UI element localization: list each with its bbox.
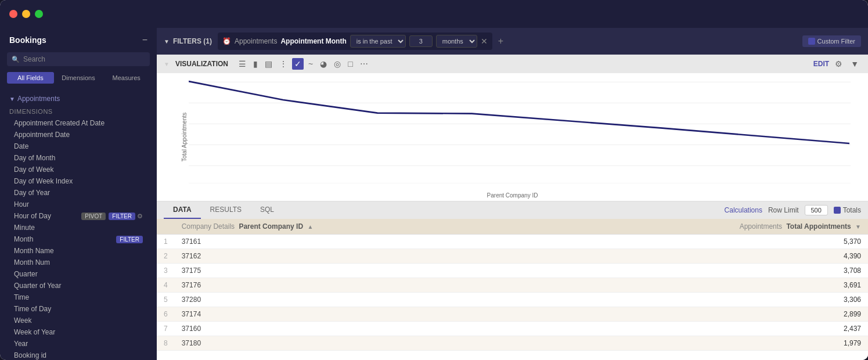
item-label: Quarter of Year bbox=[14, 282, 61, 290]
row-number: 5 bbox=[157, 293, 175, 307]
close-button[interactable] bbox=[9, 10, 17, 18]
viz-arrow-icon: ▼ bbox=[164, 61, 170, 67]
sidebar-item-hour-of-day[interactable]: Hour of Day PIVOT FILTER ⚙ bbox=[0, 210, 157, 222]
item-badges: FILTER bbox=[116, 236, 143, 243]
pivot-badge[interactable]: PIVOT bbox=[81, 213, 106, 220]
company-id-cell: 37162 bbox=[175, 249, 534, 264]
viz-pie-icon[interactable]: ◕ bbox=[318, 58, 329, 70]
sidebar-item-quarter-of-year[interactable]: Quarter of Year bbox=[0, 280, 157, 291]
tab-results[interactable]: RESULTS bbox=[201, 201, 251, 219]
tab-all-fields[interactable]: All Fields bbox=[7, 72, 54, 84]
filter-badge[interactable]: FILTER bbox=[109, 213, 135, 220]
item-label: Day of Year bbox=[14, 189, 50, 197]
total-appts-source: Appointments bbox=[740, 222, 782, 231]
field-filter-tabs: All Fields Dimensions Measures bbox=[7, 72, 150, 84]
tab-data[interactable]: DATA bbox=[164, 201, 201, 219]
sidebar-item-week-of-year[interactable]: Week of Year bbox=[0, 326, 157, 338]
table-body: 1 37161 5,370 2 37162 4,390 3 37175 3,70… bbox=[157, 235, 868, 351]
search-icon: 🔍 bbox=[12, 56, 20, 63]
tab-sql[interactable]: SQL bbox=[251, 201, 283, 219]
viz-title: VISUALIZATION bbox=[175, 60, 228, 68]
filter-close-button[interactable]: ✕ bbox=[481, 37, 488, 46]
sidebar-item-appointment-date[interactable]: Appointment Date bbox=[0, 129, 157, 141]
filter-condition-select[interactable]: is in the past bbox=[350, 35, 406, 48]
totals-checkbox bbox=[834, 207, 841, 214]
sort-desc-icon: ▼ bbox=[855, 224, 861, 230]
viz-table-icon[interactable]: ☰ bbox=[236, 58, 248, 70]
sidebar-item-time-of-day[interactable]: Time of Day bbox=[0, 303, 157, 315]
viz-check-icon[interactable]: ✓ bbox=[292, 58, 304, 70]
item-label: Time of Day bbox=[14, 305, 51, 313]
gear-icon[interactable]: ⚙ bbox=[137, 213, 143, 220]
maximize-button[interactable] bbox=[35, 10, 43, 18]
sidebar-item-day-of-year[interactable]: Day of Year bbox=[0, 187, 157, 199]
viz-settings-icon[interactable]: ⚙ bbox=[835, 59, 842, 69]
table-row: 3 37175 3,708 bbox=[157, 264, 868, 278]
filter-value-input[interactable] bbox=[409, 35, 433, 47]
total-appointments-header[interactable]: Appointments Total Appointments ▼ bbox=[534, 219, 868, 235]
item-label: Day of Week bbox=[14, 165, 53, 174]
sidebar-item-month-name[interactable]: Month Name bbox=[0, 245, 157, 257]
company-id-cell: 37180 bbox=[175, 336, 534, 351]
viz-list-icon[interactable]: ▤ bbox=[262, 58, 275, 70]
filter-unit-select[interactable]: months bbox=[436, 35, 477, 48]
company-id-source: Company Details bbox=[182, 222, 235, 231]
sidebar-collapse-button[interactable]: − bbox=[142, 35, 147, 45]
appointments-group-label[interactable]: ▼ Appointments bbox=[0, 92, 157, 106]
item-label: Month Num bbox=[14, 258, 50, 267]
filter-add-button[interactable]: + bbox=[498, 36, 503, 46]
item-badges: PIVOT FILTER ⚙ bbox=[81, 213, 143, 220]
sidebar-item-month-num[interactable]: Month Num bbox=[0, 257, 157, 268]
item-label: Hour of Day bbox=[14, 212, 51, 220]
sidebar-item-hour[interactable]: Hour bbox=[0, 199, 157, 210]
sidebar-item-booking-id[interactable]: Booking id bbox=[0, 350, 157, 360]
item-label: Time bbox=[14, 293, 29, 301]
sidebar-item-time[interactable]: Time bbox=[0, 291, 157, 303]
total-appts-col-label: Total Appointments bbox=[786, 222, 851, 231]
results-table: Company Details Parent Company ID ▲ Appo… bbox=[157, 219, 868, 351]
totals-button[interactable]: Totals bbox=[834, 206, 861, 214]
company-id-cell: 37160 bbox=[175, 322, 534, 336]
tab-measures[interactable]: Measures bbox=[103, 72, 150, 84]
sidebar-item-day-of-week[interactable]: Day of Week bbox=[0, 164, 157, 175]
company-id-header[interactable]: Company Details Parent Company ID ▲ bbox=[175, 219, 534, 235]
sidebar-item-minute[interactable]: Minute bbox=[0, 222, 157, 233]
item-label: Week of Year bbox=[14, 328, 55, 336]
sidebar-item-week[interactable]: Week bbox=[0, 315, 157, 326]
company-id-cell: 37176 bbox=[175, 278, 534, 293]
sidebar-item-day-of-week-index[interactable]: Day of Week Index bbox=[0, 175, 157, 187]
company-id-cell: 37175 bbox=[175, 264, 534, 278]
sidebar-item-day-of-month[interactable]: Day of Month bbox=[0, 152, 157, 164]
row-num-header bbox=[157, 219, 175, 235]
total-appts-cell: 5,370 bbox=[534, 235, 868, 249]
dimensions-section-header: DIMENSIONS bbox=[0, 106, 157, 117]
company-id-col-label: Parent Company ID bbox=[239, 222, 303, 231]
chart-area: Total Appointments 5,000 4,000 3,000 bbox=[157, 73, 868, 201]
viz-section: ▼ VISUALIZATION ☰ ▮ ▤ ⋮ ✓ ~ ◕ ◎ □ ⋯ ED bbox=[157, 55, 868, 201]
viz-more-icon[interactable]: ⋯ bbox=[358, 58, 370, 70]
main-content: Bookings − 🔍 All Fields Dimensions Measu… bbox=[0, 28, 868, 360]
sort-asc-icon: ▲ bbox=[307, 224, 313, 230]
viz-bar-icon[interactable]: ▮ bbox=[251, 58, 260, 70]
sidebar-item-date[interactable]: Date bbox=[0, 141, 157, 152]
sidebar-item-appointment-created[interactable]: Appointment Created At Date bbox=[0, 117, 157, 129]
viz-map-icon[interactable]: ◎ bbox=[332, 58, 343, 70]
sidebar-item-quarter[interactable]: Quarter bbox=[0, 268, 157, 280]
viz-scatter-icon[interactable]: ⋮ bbox=[277, 58, 290, 70]
tab-dimensions[interactable]: Dimensions bbox=[55, 72, 102, 84]
row-limit-input[interactable] bbox=[805, 205, 828, 215]
viz-edit-button[interactable]: EDIT bbox=[813, 60, 829, 68]
sidebar-item-year[interactable]: Year bbox=[0, 338, 157, 350]
sidebar-item-month[interactable]: Month FILTER bbox=[0, 233, 157, 245]
item-label: Minute bbox=[14, 224, 35, 232]
minimize-button[interactable] bbox=[22, 10, 30, 18]
custom-filter-button[interactable]: Custom Filter bbox=[802, 35, 861, 47]
viz-custom-icon[interactable]: □ bbox=[345, 58, 355, 70]
total-appts-cell: 2,437 bbox=[534, 322, 868, 336]
viz-dropdown-icon[interactable]: ▼ bbox=[848, 58, 861, 70]
filter-badge[interactable]: FILTER bbox=[116, 236, 143, 243]
search-input[interactable] bbox=[23, 55, 145, 63]
calculations-button[interactable]: Calculations bbox=[725, 206, 762, 214]
viz-line-icon[interactable]: ~ bbox=[306, 58, 315, 70]
item-label: Month bbox=[14, 235, 33, 243]
